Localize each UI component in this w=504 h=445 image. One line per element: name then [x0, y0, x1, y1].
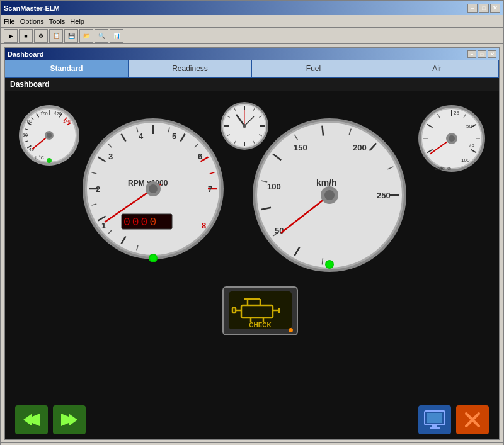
svg-text:120: 120: [54, 111, 62, 116]
svg-text:150: 150: [294, 143, 307, 152]
svg-line-93: [322, 258, 323, 264]
svg-text:t, °C: t, °C: [35, 155, 44, 160]
forward-arrow-icon: [60, 411, 79, 429]
toolbar-btn-8[interactable]: 📊: [110, 29, 123, 43]
speed-gauge-container: 50 100 150 200 250 km/h: [251, 116, 408, 275]
outer-title: ScanMaster-ELM: [4, 4, 60, 12]
svg-text:250: 250: [377, 191, 391, 200]
toolbar-btn-6[interactable]: 📂: [79, 29, 93, 43]
inner-window: Dashboard − □ ✕ Standard Readiness Fuel …: [4, 47, 500, 440]
svg-text:25: 25: [454, 110, 459, 116]
utility-buttons: [418, 405, 489, 434]
outer-maximize-button[interactable]: □: [479, 4, 489, 13]
tab-standard[interactable]: Standard: [5, 60, 129, 77]
svg-text:100: 100: [461, 157, 470, 163]
svg-point-129: [449, 135, 455, 142]
tab-bar: Standard Readiness Fuel Air: [5, 60, 499, 78]
outer-minimize-button[interactable]: −: [467, 4, 478, 13]
svg-text:50: 50: [466, 123, 472, 129]
speed-gauge: 50 100 150 200 250 km/h: [251, 116, 408, 274]
outer-titlebar: ScanMaster-ELM − □ ✕: [1, 1, 503, 15]
svg-point-83: [243, 124, 246, 128]
statusbar: Port: COM3 Interface: ECU: www.wgsoft.de: [1, 442, 503, 445]
menubar: File Options Tools Help: [1, 15, 503, 28]
dashboard-content: 40 60 80 100 120 140 t, °C: [5, 91, 499, 400]
nav-buttons-left: [15, 405, 86, 434]
inner-maximize-button[interactable]: □: [478, 50, 486, 58]
inner-titlebar: Dashboard − □ ✕: [5, 48, 499, 60]
bottom-nav-bar: [5, 400, 499, 439]
svg-point-110: [326, 261, 333, 268]
svg-rect-148: [427, 413, 442, 423]
svg-text:80: 80: [27, 119, 32, 123]
toolbar-btn-1[interactable]: ▶: [4, 29, 18, 43]
svg-text:CHECK: CHECK: [249, 322, 272, 329]
check-engine-container: CHECK: [222, 286, 298, 335]
svg-text:4: 4: [139, 132, 144, 141]
svg-text:5: 5: [172, 132, 176, 141]
toolbar: ▶ ■ ⚙ 📋 💾 📂 🔍 📊: [1, 28, 503, 44]
toolbar-btn-5[interactable]: 💾: [64, 29, 78, 43]
svg-text:8: 8: [202, 221, 206, 230]
menu-help[interactable]: Help: [70, 18, 84, 25]
menu-file[interactable]: File: [4, 18, 15, 25]
inner-area: Dashboard − □ ✕ Standard Readiness Fuel …: [1, 44, 503, 442]
inner-close-button[interactable]: ✕: [488, 50, 496, 58]
svg-text:6: 6: [198, 152, 202, 161]
svg-text:7: 7: [208, 184, 212, 194]
temp-gauge-container: 40 60 80 100 120 140 t, °C: [18, 104, 81, 168]
outer-titlebar-buttons: − □ ✕: [467, 4, 500, 13]
check-engine-box: CHECK: [222, 286, 298, 335]
close-button[interactable]: [456, 405, 489, 434]
svg-text:100: 100: [267, 182, 281, 191]
toolbar-btn-4[interactable]: 📋: [49, 29, 63, 43]
svg-rect-150: [430, 427, 440, 429]
tab-air[interactable]: Air: [375, 60, 499, 77]
svg-point-108: [324, 190, 335, 200]
svg-text:75: 75: [469, 142, 474, 148]
monitor-button[interactable]: [418, 405, 451, 434]
toolbar-btn-2[interactable]: ■: [19, 29, 33, 43]
svg-line-90: [322, 126, 323, 136]
tab-readiness[interactable]: Readiness: [129, 60, 252, 77]
menu-tools[interactable]: Tools: [49, 18, 66, 25]
rpm-gauge-container: 1 2 3 4 5 6 7 8 RPM x1000 0000: [81, 116, 226, 275]
inner-minimize-button[interactable]: −: [467, 50, 476, 58]
svg-marker-146: [69, 414, 77, 426]
tab-fuel[interactable]: Fuel: [252, 60, 375, 77]
svg-rect-149: [432, 425, 437, 427]
back-button[interactable]: [15, 405, 48, 434]
svg-point-62: [149, 184, 158, 193]
svg-text:3: 3: [108, 152, 113, 161]
svg-text:200: 200: [353, 143, 367, 152]
close-x-icon: [462, 410, 483, 430]
svg-marker-144: [23, 414, 32, 426]
menu-options[interactable]: Options: [20, 18, 44, 25]
back-arrow-icon: [22, 411, 41, 429]
svg-point-26: [47, 158, 52, 163]
rpm-gauge: 1 2 3 4 5 6 7 8 RPM x1000 0000: [81, 116, 226, 274]
svg-text:0000: 0000: [123, 216, 158, 228]
toolbar-btn-7[interactable]: 🔍: [94, 29, 108, 43]
svg-point-24: [47, 133, 52, 138]
outer-close-button[interactable]: ✕: [490, 4, 500, 13]
monitor-icon: [423, 410, 446, 430]
toolbar-btn-3[interactable]: ⚙: [34, 29, 48, 43]
forward-button[interactable]: [53, 405, 86, 434]
check-engine-icon: CHECK: [229, 291, 292, 329]
svg-text:60: 60: [23, 133, 28, 137]
load-gauge: 25 50 75 100 Load, %: [417, 104, 486, 173]
load-gauge-container: 25 50 75 100 Load, %: [417, 104, 486, 174]
svg-text:140: 140: [63, 119, 71, 123]
svg-text:2: 2: [96, 184, 100, 194]
outer-window: ScanMaster-ELM − □ ✕ File Options Tools …: [0, 0, 504, 445]
inner-title: Dashboard: [8, 50, 43, 58]
svg-text:Load, %: Load, %: [435, 166, 451, 171]
temp-gauge: 40 60 80 100 120 140 t, °C: [18, 104, 81, 167]
svg-text:km/h: km/h: [316, 177, 337, 188]
inner-titlebar-buttons: − □ ✕: [467, 50, 496, 58]
svg-text:100: 100: [40, 111, 48, 116]
svg-text:50: 50: [275, 226, 284, 235]
svg-point-64: [150, 255, 156, 261]
dashboard-section-label: Dashboard: [5, 78, 499, 91]
